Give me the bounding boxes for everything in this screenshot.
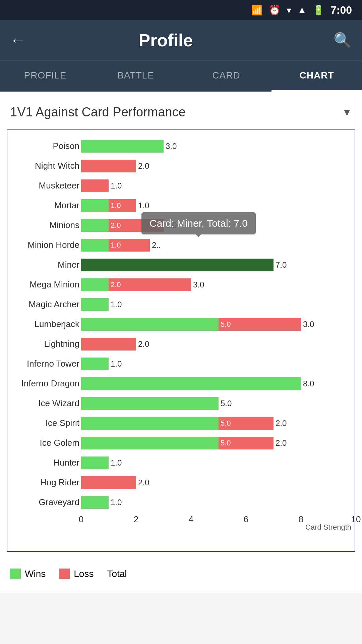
label-minions: Minions [9, 220, 79, 230]
bar-losses-mortar: 1.0 [109, 199, 136, 212]
val-mega-minion: 3.0 [193, 280, 204, 289]
tab-chart[interactable]: CHART [272, 61, 362, 92]
bar-wins-hunter [81, 457, 109, 469]
val-ice-spirit: 2.0 [276, 419, 287, 428]
val-hunter: 1.0 [111, 458, 122, 468]
legend-wins: Wins [10, 569, 46, 579]
x-axis: 0 2 4 6 8 10 [81, 514, 348, 531]
label-ice-spirit: Ice Spirit [9, 418, 79, 428]
x-tick-10: 10 [351, 514, 361, 525]
x-tick-4: 4 [189, 514, 193, 525]
bar-losses-ice-spirit: 5.0 [219, 417, 274, 430]
tab-battle[interactable]: BATTLE [90, 61, 181, 92]
val-graveyard: 1.0 [111, 498, 122, 507]
x-tick-0: 0 [79, 514, 83, 525]
page-title: Profile [35, 30, 297, 50]
val-ice-golem: 2.0 [276, 438, 287, 448]
signal-icon: ▲ [297, 5, 307, 15]
bar-losses-hog-rider [81, 476, 136, 489]
tab-card[interactable]: CARD [181, 61, 272, 92]
tooltip: Card: Miner, Total: 7.0 [141, 212, 256, 234]
legend-total-label: Total [107, 569, 127, 579]
legend-total: Total [107, 569, 127, 579]
chart-row-ice-wizard: Ice Wizard 5.0 [81, 394, 348, 413]
chart-row-hunter: Hunter 1.0 [81, 453, 348, 472]
legend-loss: Loss [59, 569, 94, 579]
bar-wins-poison [81, 140, 164, 153]
wifi-icon: ▾ [287, 5, 291, 16]
val-musketeer: 1.0 [111, 181, 122, 191]
chart-row-night-witch: Night Witch 2.0 [81, 157, 348, 175]
val-lightning: 2.0 [138, 339, 149, 349]
bluetooth-icon: 📶 [251, 5, 263, 16]
bar-wins-minions [81, 219, 109, 232]
chart-row-miner: Miner 7.0 [81, 256, 348, 274]
bar-wins-inferno-tower [81, 358, 109, 370]
bar-losses-mega-minion: 2.0 [109, 278, 191, 291]
val-night-witch: 2.0 [138, 161, 149, 171]
dropdown-arrow-icon[interactable]: ▼ [342, 107, 352, 118]
back-button[interactable]: ← [10, 32, 25, 49]
chart-row-magic-archer: Magic Archer 1.0 [81, 295, 348, 314]
bar-losses-ice-golem: 5.0 [219, 437, 274, 449]
bar-wins-minion-horde [81, 239, 109, 252]
val-magic-archer: 1.0 [111, 300, 122, 309]
bar-wins-graveyard [81, 496, 109, 509]
legend-loss-box [59, 569, 70, 579]
bar-wins-magic-archer [81, 298, 109, 311]
bar-losses-lightning [81, 338, 136, 351]
label-graveyard: Graveyard [9, 497, 79, 507]
label-minion-horde: Minion Horde [9, 240, 79, 250]
label-night-witch: Night Witch [9, 161, 79, 171]
chart-row-ice-golem: Ice Golem 5.0 2.0 [81, 434, 348, 452]
label-magic-archer: Magic Archer [9, 299, 79, 310]
label-hog-rider: Hog Rider [9, 477, 79, 488]
alarm-icon: ⏰ [269, 5, 281, 16]
bar-wins-ice-spirit [81, 417, 219, 430]
label-ice-wizard: Ice Wizard [9, 398, 79, 409]
val-minion-horde: 2.. [152, 240, 161, 250]
content-area: 1V1 Against Card Performance ▼ Poison 3.… [0, 92, 362, 593]
label-lightning: Lightning [9, 339, 79, 349]
val-poison: 3.0 [166, 142, 177, 151]
chart-row-mega-minion: Mega Minion 2.0 3.0 [81, 275, 348, 294]
val-ice-wizard: 5.0 [221, 399, 232, 408]
tab-profile[interactable]: PROFILE [0, 61, 90, 92]
chart-row-mortar: Mortar 1.0 1.0 [81, 196, 348, 215]
bar-losses-musketeer [81, 179, 109, 192]
val-mortar: 1.0 [138, 201, 149, 210]
label-miner: Miner [9, 260, 79, 270]
bar-wins-mega-minion [81, 278, 109, 291]
chart-row-lightning: Lightning 2.0 [81, 335, 348, 353]
bar-losses-minion-horde: 1.0 [109, 239, 150, 252]
val-inferno-tower: 1.0 [111, 359, 122, 369]
val-hog-rider: 2.0 [138, 478, 149, 487]
label-lumberjack: Lumberjack [9, 319, 79, 329]
legend-wins-box [10, 569, 21, 579]
label-ice-golem: Ice Golem [9, 438, 79, 448]
chart-row-musketeer: Musketeer 1.0 [81, 176, 348, 195]
chart-row-lumberjack: Lumberjack 5.0 3.0 [81, 315, 348, 333]
status-time: 7:00 [330, 4, 352, 16]
status-icons: 📶 ⏰ ▾ ▲ 🔋 7:00 [251, 4, 352, 16]
battery-icon: 🔋 [313, 5, 324, 16]
chart-row-ice-spirit: Ice Spirit 5.0 2.0 [81, 414, 348, 432]
bar-wins-lumberjack [81, 318, 219, 331]
chart-row-hog-rider: Hog Rider 2.0 [81, 473, 348, 492]
x-tick-2: 2 [134, 514, 138, 525]
section-title-row: 1V1 Against Card Performance ▼ [0, 98, 362, 129]
bar-special-miner [81, 259, 274, 271]
legend-wins-label: Wins [25, 569, 46, 579]
chart-row-minion-horde: Minion Horde 1.0 2.. Card: Miner, Total:… [81, 236, 348, 254]
x-tick-8: 8 [299, 514, 303, 525]
x-tick-6: 6 [244, 514, 248, 525]
val-miner: 7.0 [276, 260, 287, 270]
bar-wins-inferno-dragon [81, 377, 301, 390]
label-mortar: Mortar [9, 200, 79, 211]
label-hunter: Hunter [9, 458, 79, 468]
bar-losses-lumberjack: 5.0 [219, 318, 301, 331]
chart-row-poison: Poison 3.0 [81, 137, 348, 155]
search-button[interactable]: 🔍 [334, 32, 352, 49]
bar-losses-night-witch [81, 160, 136, 172]
header: ← Profile 🔍 [0, 20, 362, 60]
